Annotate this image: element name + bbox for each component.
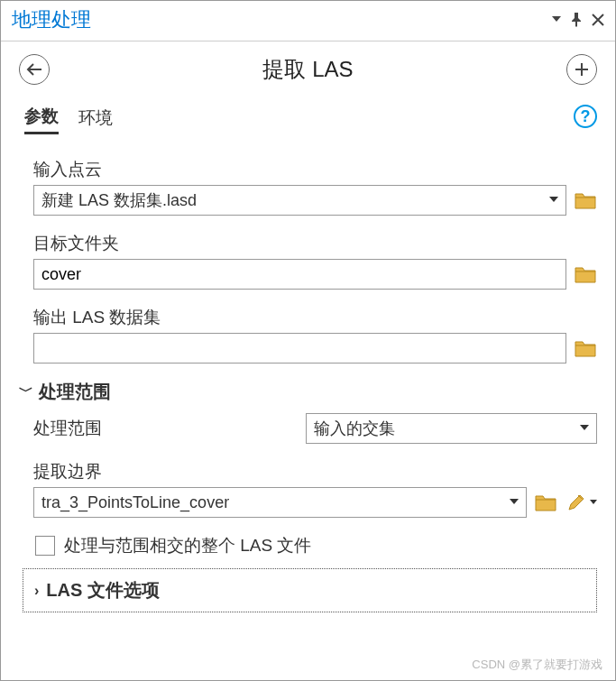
output-las-label: 输出 LAS 数据集 bbox=[33, 306, 597, 329]
output-las-input[interactable] bbox=[33, 333, 566, 364]
tabs: 参数 环境 ? bbox=[1, 94, 615, 142]
back-button[interactable] bbox=[19, 54, 50, 85]
extent-label: 处理范围 bbox=[33, 417, 295, 440]
tool-title: 提取 LAS bbox=[262, 55, 353, 84]
browse-folder-icon[interactable] bbox=[574, 190, 597, 210]
section-las-options[interactable]: › LAS 文件选项 bbox=[23, 568, 597, 612]
section-extent-header[interactable]: ﹀ 处理范围 bbox=[19, 380, 597, 404]
chevron-down-icon[interactable] bbox=[502, 488, 526, 517]
pane-title: 地理处理 bbox=[12, 6, 91, 33]
section-las-options-title: LAS 文件选项 bbox=[46, 578, 160, 603]
extent-value: 输入的交集 bbox=[307, 414, 573, 443]
chevron-down-icon[interactable] bbox=[542, 186, 565, 215]
target-folder-label: 目标文件夹 bbox=[33, 232, 597, 255]
chevron-down-icon: ﹀ bbox=[19, 382, 33, 401]
form: 输入点云 新建 LAS 数据集.lasd 目标文件夹 输出 LAS 数据集 ﹀ … bbox=[1, 142, 615, 557]
tab-environment[interactable]: 环境 bbox=[78, 106, 113, 133]
extent-combo[interactable]: 输入的交集 bbox=[306, 413, 597, 444]
browse-folder-icon[interactable] bbox=[534, 492, 557, 512]
boundary-label: 提取边界 bbox=[33, 460, 597, 483]
close-icon[interactable] bbox=[592, 14, 604, 26]
boundary-value: tra_3_PointsToLine_cover bbox=[34, 488, 502, 517]
target-folder-input[interactable] bbox=[33, 259, 566, 290]
toolbar: 提取 LAS bbox=[1, 41, 615, 94]
dropdown-icon[interactable] bbox=[552, 16, 561, 23]
browse-folder-icon[interactable] bbox=[574, 338, 597, 358]
pin-icon[interactable] bbox=[570, 13, 583, 27]
process-whole-file-checkbox[interactable] bbox=[35, 536, 55, 556]
input-pointcloud-combo[interactable]: 新建 LAS 数据集.lasd bbox=[33, 185, 566, 216]
input-pointcloud-label: 输入点云 bbox=[33, 158, 597, 181]
edit-button[interactable] bbox=[565, 492, 597, 512]
chevron-down-icon[interactable] bbox=[573, 414, 596, 443]
titlebar-controls bbox=[552, 13, 604, 27]
browse-folder-icon[interactable] bbox=[574, 264, 597, 284]
help-icon[interactable]: ? bbox=[574, 105, 597, 128]
tab-params[interactable]: 参数 bbox=[24, 105, 59, 134]
section-extent-title: 处理范围 bbox=[39, 380, 111, 404]
boundary-combo[interactable]: tra_3_PointsToLine_cover bbox=[33, 487, 527, 518]
input-pointcloud-value: 新建 LAS 数据集.lasd bbox=[34, 186, 542, 215]
chevron-down-icon bbox=[590, 500, 597, 505]
chevron-right-icon: › bbox=[34, 583, 39, 599]
watermark: CSDN @累了就要打游戏 bbox=[472, 657, 602, 673]
add-button[interactable] bbox=[566, 54, 597, 85]
process-whole-file-label: 处理与范围相交的整个 LAS 文件 bbox=[64, 534, 311, 557]
titlebar: 地理处理 bbox=[1, 1, 615, 41]
